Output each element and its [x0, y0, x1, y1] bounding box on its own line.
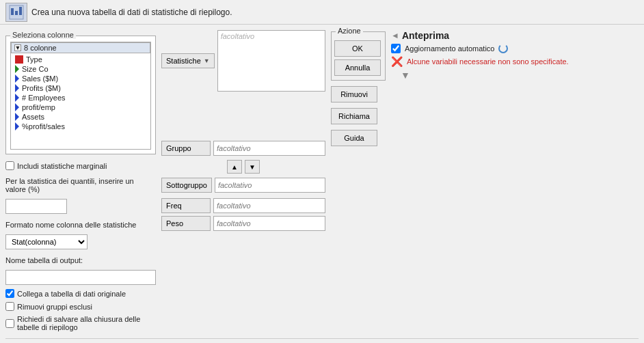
quantile-label: Per la statistica dei quantili, inserire…	[5, 177, 156, 193]
preview-collapse-arrow[interactable]: ◄	[391, 31, 399, 40]
help-button[interactable]: Guida	[331, 130, 377, 146]
refresh-icon[interactable]	[498, 44, 508, 53]
subgroup-row: Sottogruppo	[161, 178, 325, 193]
link-original-row: Collega a tabella di dati originale	[5, 289, 156, 298]
subgroup-button[interactable]: Sottogruppo	[161, 178, 212, 193]
remove-excluded-label: Rimuovi gruppi esclusi	[17, 303, 92, 311]
col-name: profit/emp	[22, 103, 55, 111]
list-item[interactable]: profit/emp	[11, 102, 150, 112]
list-item[interactable]: # Employees	[11, 93, 150, 102]
sales-icon	[15, 74, 19, 83]
stats-extra-space	[161, 94, 325, 138]
format-select[interactable]: Stat(colonna) colonna_Stat Stat	[5, 234, 88, 249]
col-name: Profits ($M)	[22, 84, 61, 92]
group-button[interactable]: Gruppo	[161, 141, 211, 156]
arrow-buttons: ▲ ▼	[161, 159, 325, 175]
up-arrow-button[interactable]: ▲	[227, 160, 242, 174]
col-name: Assets	[22, 113, 44, 121]
preview-title: ◄ Anteprima	[391, 30, 639, 41]
list-item[interactable]: Type	[11, 55, 150, 64]
preview-arrow-indicator: ▼	[401, 70, 639, 81]
col-name: Size Co	[22, 65, 49, 73]
freq-input[interactable]	[213, 198, 325, 213]
col-name: Sales ($M)	[22, 74, 58, 83]
bottom-section: Mantieni aperta la finestra di dialogo S…	[0, 337, 644, 343]
column-list: Type Size Co Sales ($M) Profits ($M)	[11, 53, 150, 149]
freq-button[interactable]: Freq	[161, 198, 211, 213]
quantile-input[interactable]: 25	[5, 199, 67, 214]
list-item[interactable]: Profits ($M)	[11, 83, 150, 93]
remove-excluded-checkbox[interactable]	[5, 302, 14, 311]
link-original-checkbox[interactable]	[5, 289, 14, 298]
down-arrow-button[interactable]: ▼	[245, 160, 260, 174]
stats-btn-label: Statistiche	[166, 57, 201, 65]
weight-btn-label: Peso	[166, 219, 183, 228]
col-name: Type	[26, 55, 42, 64]
preview-title-label: Anteprima	[402, 30, 449, 41]
center-panel: Statistiche ▼ facoltativo Gruppo ▲ ▼ Sot…	[161, 30, 325, 331]
list-item[interactable]: Size Co	[11, 64, 150, 74]
stats-dropdown-arrow: ▼	[204, 57, 210, 64]
auto-update-label: Aggiornamento automatico	[405, 44, 494, 53]
svg-rect-3	[19, 7, 22, 15]
stats-input-box[interactable]: facoltativo	[217, 30, 325, 92]
toolbar-description: Crea una nuova tabella di dati di statis…	[31, 8, 232, 17]
col-name: %profit/sales	[22, 122, 65, 131]
stats-button[interactable]: Statistiche ▼	[161, 53, 215, 68]
recall-button[interactable]: Richiama	[331, 108, 377, 124]
cancel-button[interactable]: Annulla	[334, 59, 381, 76]
column-select-group: Seleziona colonne ▼ 8 colonne Type Size …	[5, 36, 156, 154]
list-item[interactable]: Sales ($M)	[11, 74, 150, 83]
weight-button[interactable]: Peso	[161, 216, 211, 231]
link-original-label: Collega a tabella di dati originale	[17, 290, 126, 298]
left-panel: Seleziona colonne ▼ 8 colonne Type Size …	[5, 30, 156, 331]
include-marginal-checkbox[interactable]	[5, 161, 14, 170]
output-input[interactable]	[5, 270, 156, 285]
auto-update-checkbox[interactable]	[391, 44, 401, 53]
weight-input[interactable]	[213, 216, 325, 231]
list-item[interactable]: %profit/sales	[11, 122, 150, 131]
weight-row: Peso	[161, 216, 325, 231]
column-list-header: ▼ 8 colonne	[11, 42, 150, 53]
employees-icon	[15, 94, 19, 102]
pcts-icon	[15, 122, 19, 131]
action-panel: Azione OK Annulla Rimuovi Richiama Guida	[331, 30, 386, 331]
error-text: Alcune variabili necessarie non sono spe…	[407, 57, 569, 66]
svg-rect-2	[15, 11, 18, 15]
include-marginal-label: Includi statistiche marginali	[17, 162, 107, 170]
include-marginal-row: Includi statistiche marginali	[5, 161, 156, 170]
format-label: Formato nome colonna delle statistiche	[5, 221, 156, 229]
stats-placeholder: facoltativo	[221, 32, 255, 40]
group-input[interactable]	[213, 141, 325, 156]
profitemp-icon	[15, 103, 19, 111]
action-group-title: Azione	[336, 27, 363, 35]
save-on-close-row: Richiedi di salvare alla chiusura delle …	[5, 315, 156, 331]
preview-content: Aggiornamento automatico ❌ Alcune variab…	[391, 44, 639, 81]
auto-update-row: Aggiornamento automatico	[391, 44, 639, 53]
ok-button[interactable]: OK	[334, 40, 381, 57]
save-on-close-checkbox[interactable]	[5, 319, 14, 328]
subgroup-btn-label: Sottogruppo	[166, 181, 207, 189]
subgroup-input[interactable]	[215, 178, 325, 193]
column-select-title: Seleziona colonne	[10, 31, 76, 39]
list-item[interactable]: Assets	[11, 112, 150, 122]
action-group: Azione OK Annulla	[331, 31, 386, 81]
remove-excluded-row: Rimuovi gruppi esclusi	[5, 302, 156, 311]
column-count-label: 8 colonne	[24, 44, 57, 52]
group-btn-label: Gruppo	[166, 144, 191, 152]
profits-icon	[15, 84, 19, 92]
save-on-close-label: Richiedi di salvare alla chiusura delle …	[17, 315, 156, 331]
stats-row: Statistiche ▼ facoltativo	[161, 30, 325, 92]
svg-rect-1	[11, 8, 14, 15]
down-indicator-icon: ▼	[401, 70, 410, 81]
type-icon	[15, 55, 23, 64]
freq-btn-label: Freq	[166, 202, 182, 210]
output-label: Nome tabella di output:	[5, 256, 156, 264]
column-list-container: ▼ 8 colonne Type Size Co Sales ($M)	[10, 42, 151, 150]
freq-row: Freq	[161, 198, 325, 213]
main-content: Seleziona colonne ▼ 8 colonne Type Size …	[0, 25, 644, 337]
remove-button[interactable]: Rimuovi	[331, 86, 377, 102]
assets-icon	[15, 113, 19, 121]
toolbar: Crea una nuova tabella di dati di statis…	[0, 0, 644, 25]
expand-icon[interactable]: ▼	[14, 44, 21, 51]
